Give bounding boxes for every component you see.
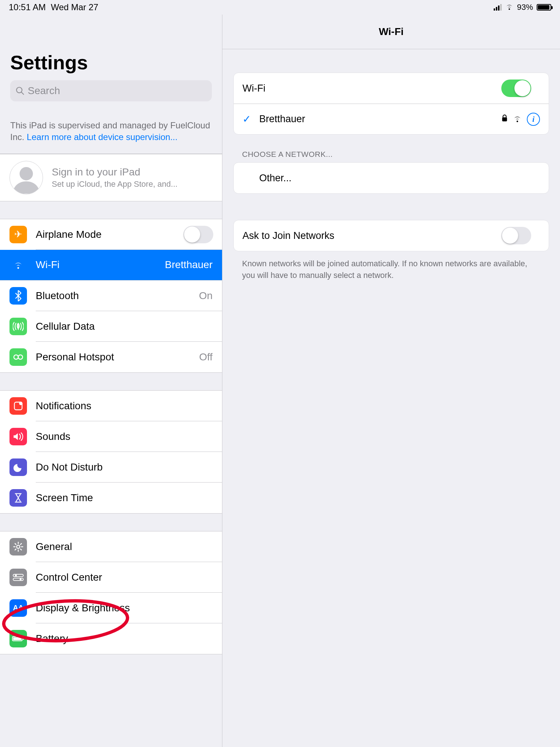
other-network-group: Other... [233, 162, 549, 194]
sidebar-item-do-not-disturb[interactable]: Do Not Disturb [0, 452, 222, 483]
sign-in-row[interactable]: Sign in to your iPad Set up iCloud, the … [0, 154, 222, 201]
wifi-status-icon [505, 3, 513, 12]
sidebar-item-display-brightness[interactable]: AA Display & Brightness [0, 593, 222, 623]
wifi-signal-icon [513, 114, 522, 124]
svg-rect-16 [502, 117, 507, 121]
svg-rect-13 [13, 637, 22, 640]
sidebar-item-screen-time[interactable]: Screen Time [0, 483, 222, 513]
svg-point-7 [17, 545, 20, 548]
notifications-icon [9, 397, 27, 415]
sidebar-item-notifications[interactable]: Notifications [0, 391, 222, 421]
display-icon: AA [9, 599, 27, 617]
lock-icon [501, 114, 508, 124]
sidebar-item-cellular-data[interactable]: Cellular Data [0, 311, 222, 342]
connected-network-name: Bretthauer [259, 113, 501, 125]
detail-title: Wi-Fi [222, 15, 560, 49]
sliders-icon [9, 569, 27, 586]
moon-icon [9, 458, 27, 476]
sign-in-subtitle: Set up iCloud, the App Store, and... [52, 179, 178, 189]
ask-to-join-footnote: Known networks will be joined automatica… [242, 258, 540, 281]
sidebar-item-battery[interactable]: Battery [0, 623, 222, 654]
sidebar-item-wifi[interactable]: Wi-Fi Bretthauer [0, 250, 222, 280]
svg-rect-14 [23, 638, 24, 640]
page-title: Settings [10, 51, 212, 74]
hourglass-icon [9, 489, 27, 507]
ask-to-join-toggle[interactable] [501, 227, 531, 244]
supervision-notice: This iPad is supervised and managed by F… [0, 101, 222, 154]
sidebar-item-general[interactable]: General [0, 531, 222, 562]
wifi-icon [9, 256, 27, 274]
svg-point-11 [20, 578, 22, 580]
bluetooth-icon [9, 287, 27, 305]
svg-rect-10 [13, 578, 23, 580]
ask-to-join-row: Ask to Join Networks [234, 220, 549, 251]
svg-point-6 [19, 402, 22, 405]
sidebar-group-connectivity: ✈ Airplane Mode Wi-Fi Bretthauer Bluetoo… [0, 219, 222, 373]
search-placeholder: Search [28, 85, 60, 97]
wifi-status-group: Wi-Fi ✓ Bretthauer i [233, 73, 549, 135]
svg-line-1 [21, 92, 24, 94]
sidebar-item-bluetooth[interactable]: Bluetooth On [0, 280, 222, 311]
check-icon: ✓ [242, 113, 251, 125]
cellular-signal-icon [494, 4, 502, 11]
svg-point-4 [18, 355, 23, 359]
cellular-icon [9, 318, 27, 335]
avatar-icon [9, 161, 43, 194]
status-bar: 10:51 AM Wed Mar 27 93% [0, 0, 560, 15]
connected-network-row[interactable]: ✓ Bretthauer i [234, 104, 549, 134]
supervision-link[interactable]: Learn more about device supervision... [27, 132, 178, 142]
svg-rect-8 [13, 574, 23, 576]
sidebar-item-personal-hotspot[interactable]: Personal Hotspot Off [0, 342, 222, 372]
battery-settings-icon [9, 630, 27, 647]
status-date: Wed Mar 27 [51, 2, 98, 12]
status-battery-percent: 93% [517, 3, 533, 12]
other-network-row[interactable]: Other... [234, 163, 549, 193]
gear-icon [9, 538, 27, 556]
wifi-master-row: Wi-Fi [234, 73, 549, 104]
svg-point-9 [15, 574, 17, 576]
svg-point-2 [20, 167, 33, 181]
sidebar-item-control-center[interactable]: Control Center [0, 562, 222, 593]
hotspot-icon [9, 348, 27, 366]
wifi-current-network: Bretthauer [165, 259, 213, 271]
ask-join-group: Ask to Join Networks [233, 220, 549, 251]
sounds-icon [9, 428, 27, 445]
sign-in-title: Sign in to your iPad [52, 166, 178, 178]
search-icon [15, 86, 25, 96]
airplane-icon: ✈ [9, 226, 27, 243]
sidebar-item-sounds[interactable]: Sounds [0, 421, 222, 452]
battery-icon [537, 4, 551, 11]
svg-point-3 [14, 355, 18, 359]
sidebar-group-general: General Control Center AA Display & Brig… [0, 531, 222, 654]
status-time: 10:51 AM [9, 2, 46, 12]
search-input[interactable]: Search [10, 80, 212, 101]
sidebar-item-airplane-mode[interactable]: ✈ Airplane Mode [0, 219, 222, 250]
info-icon[interactable]: i [527, 113, 540, 126]
settings-sidebar: Settings Search This iPad is supervised … [0, 15, 222, 747]
airplane-mode-toggle[interactable] [183, 226, 213, 243]
detail-pane: Wi-Fi Wi-Fi ✓ Bretthauer [222, 15, 560, 747]
choose-network-header: CHOOSE A NETWORK... [242, 150, 540, 159]
wifi-toggle[interactable] [501, 80, 531, 97]
sidebar-group-notifications: Notifications Sounds Do Not Disturb [0, 390, 222, 514]
